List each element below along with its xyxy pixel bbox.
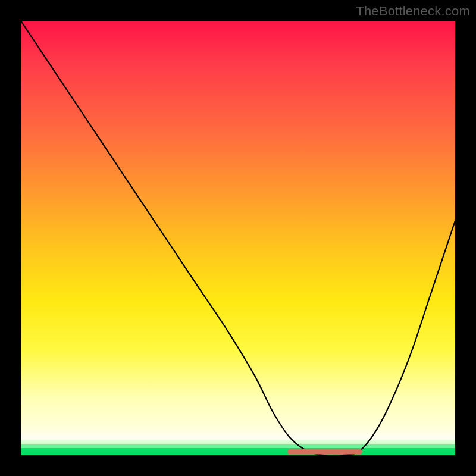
curve-svg: [21, 21, 455, 455]
chart-frame: TheBottleneck.com: [0, 0, 476, 476]
plot-area: [21, 21, 455, 455]
bottleneck-curve: [21, 21, 455, 455]
watermark-label: TheBottleneck.com: [356, 4, 470, 19]
